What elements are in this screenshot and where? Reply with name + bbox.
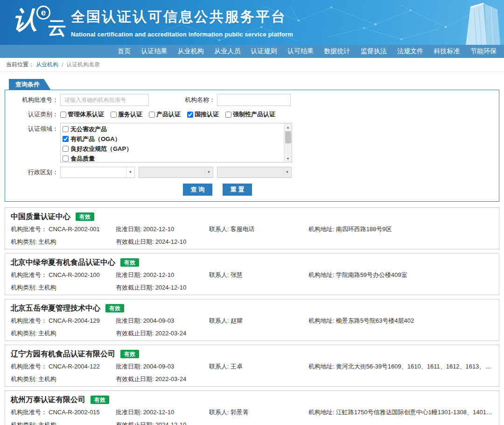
org-address: 机构地址:学院南路59号办公楼409室 [308, 269, 493, 281]
org-name-input[interactable] [217, 94, 291, 106]
nav-item-personnel[interactable]: 从业人员 [214, 47, 240, 56]
query-buttons: 查 询 重 置 [0, 184, 464, 196]
site-subtitle: National certification and accreditation… [71, 31, 293, 38]
result-card: 中国质量认证中心 有效 机构批准号：CNCA-R-2002-001 批准日期:2… [5, 207, 499, 249]
domain-gap[interactable]: 良好农业规范（GAP） [62, 144, 283, 154]
approve-date: 批准日期:2004-09-03 [116, 360, 209, 373]
building-illustration [466, 3, 500, 45]
logo-yun-char: 云 [48, 15, 66, 41]
nav-item-energy-env[interactable]: 节能环保 [470, 47, 497, 56]
org-address: 机构地址:江虹路1750号信雅达国际创意中心1幢1301-1308、1401-1… [308, 406, 493, 418]
approve-date: 批准日期:2002-12-10 [116, 223, 209, 235]
org-address: 机构地址:南四环西路188号9区 [308, 223, 493, 235]
approval-no: 机构批准号：CNCA-R-2002-100 [11, 269, 116, 281]
domain-food-quality-checkbox[interactable] [63, 156, 69, 162]
query-row-region: 行政区划： ▼ ▼ ▼ [5, 167, 499, 178]
approve-date: 批准日期:2004-09-03 [116, 314, 209, 327]
region-select-district[interactable]: ▼ [217, 167, 292, 178]
category-compulsory-product-checkbox[interactable] [225, 112, 231, 118]
chevron-down-icon: ▼ [204, 167, 213, 177]
approval-no-input[interactable] [60, 94, 149, 106]
nav-item-home[interactable]: 首页 [118, 47, 131, 56]
org-name: 中国质量认证中心 [11, 212, 70, 222]
org-name-label: 机构名称： [149, 96, 217, 104]
status-badge: 有效 [76, 212, 94, 221]
domain-gap-checkbox[interactable] [63, 146, 69, 152]
reset-button[interactable]: 重 置 [223, 184, 252, 196]
breadcrumb-current: 认证机构名录 [66, 61, 100, 69]
expiry-date: 有效截止日期:2024-12-10 [116, 418, 209, 425]
domain-pollution-free-produce[interactable]: 无公害农产品 [62, 124, 283, 134]
org-name: 北京中绿华夏有机食品认证中心 [11, 258, 115, 268]
category-service[interactable]: 服务认证 [111, 110, 142, 119]
approval-no: 机构批准号：CNCA-R-2002-001 [11, 223, 116, 235]
expiry-date: 有效截止日期:2024-12-10 [116, 235, 209, 248]
result-card: 北京五岳华夏管理技术中心 有效 机构批准号：CNCA-R-2004-129 批准… [5, 299, 499, 341]
query-panel: 查询条件 机构批准号： 机构名称： 认证类别： 管理体系认证 服务认证 产品认证… [5, 90, 499, 202]
category-management-system-checkbox[interactable] [60, 112, 66, 118]
expiry-date: 有效截止日期:2022-03-24 [116, 373, 209, 385]
org-name: 辽宁方园有机食品认证有限公司 [11, 349, 115, 359]
org-name: 北京五岳华夏管理技术中心 [11, 304, 100, 313]
query-row-approval: 机构批准号： 机构名称： [5, 94, 499, 106]
approval-no: 机构批准号：CNCA-R-2004-129 [11, 314, 116, 327]
nav-item-statistics[interactable]: 数据统计 [324, 47, 350, 56]
category-service-checkbox[interactable] [111, 112, 117, 118]
status-badge: 有效 [120, 350, 139, 358]
org-category: 机构类别:主机构 [11, 235, 116, 248]
org-category: 机构类别:主机构 [11, 281, 116, 294]
listbox-scrollbar[interactable]: ▲ ▼ [284, 123, 292, 162]
domain-organic-products[interactable]: 有机产品（OGA） [62, 134, 283, 144]
approval-no: 机构批准号：CNCA-R-2004-122 [11, 360, 116, 373]
contact-person: 联系人:客服电话 [209, 223, 308, 235]
result-card: 北京中绿华夏有机食品认证中心 有效 机构批准号：CNCA-R-2002-100 … [5, 253, 499, 295]
contact-person: 联系人:张慧 [209, 269, 308, 281]
breadcrumb-separator: / [62, 62, 63, 68]
status-badge: 有效 [120, 258, 139, 267]
nav-item-accreditation-results[interactable]: 认可结果 [287, 47, 314, 56]
region-select-province[interactable]: ▼ [60, 167, 135, 178]
category-national-push[interactable]: 国推认证 [187, 110, 219, 119]
breadcrumb: 当前位置： 从业机构 / 认证机构名录 [0, 58, 504, 72]
cert-domain-label: 认证领域： [5, 123, 60, 133]
org-category: 机构类别:主机构 [11, 373, 116, 385]
org-address: 机构地址:黄河北大街56-39号1609、1610、1611、1612、1613… [308, 360, 493, 373]
approval-no: 机构批准号：CNCA-R-2002-015 [11, 406, 116, 418]
nav-item-organizations[interactable]: 从业机构 [178, 47, 204, 56]
org-address: 机构地址:榆景东路5号院63号楼4层402 [308, 314, 493, 327]
search-button[interactable]: 查 询 [183, 184, 212, 196]
status-badge: 有效 [105, 304, 124, 312]
scroll-up-icon[interactable]: ▲ [284, 123, 292, 131]
domain-organic-checkbox[interactable] [63, 136, 69, 142]
category-product[interactable]: 产品认证 [149, 110, 181, 119]
contact-person: 联系人:王卓 [209, 360, 308, 373]
nav-item-regulations[interactable]: 法规文件 [397, 47, 423, 56]
query-row-domain: 认证领域： 无公害农产品 有机产品（OGA） 良好农业规范（GAP） 食品质量 … [5, 123, 499, 163]
nav-item-tech-standards[interactable]: 科技标准 [434, 47, 460, 56]
nav-item-supervision[interactable]: 监督执法 [361, 47, 387, 56]
region-select-city[interactable]: ▼ [139, 167, 213, 178]
site-header: 认 e 云 全国认证认可信息公共服务平台 National certificat… [0, 0, 504, 45]
nav-item-cert-results[interactable]: 认证结果 [141, 47, 167, 56]
domain-food-quality[interactable]: 食品质量 [62, 154, 283, 163]
query-row-category: 认证类别： 管理体系认证 服务认证 产品认证 国推认证 强制性产品认证 [5, 110, 499, 119]
breadcrumb-prefix: 当前位置： [6, 61, 34, 69]
scrollbar-thumb[interactable] [285, 131, 291, 143]
category-management-system[interactable]: 管理体系认证 [60, 110, 104, 119]
cert-domain-listbox[interactable]: 无公害农产品 有机产品（OGA） 良好农业规范（GAP） 食品质量 ▲ ▼ [60, 123, 292, 163]
approval-no-label: 机构批准号： [5, 96, 60, 104]
breadcrumb-section-link[interactable]: 从业机构 [36, 61, 58, 69]
result-card: 辽宁方园有机食品认证有限公司 有效 机构批准号：CNCA-R-2004-122 … [5, 345, 499, 387]
org-category: 机构类别:主机构 [11, 418, 116, 425]
domain-pollution-free-checkbox[interactable] [63, 126, 69, 132]
category-national-push-checkbox[interactable] [187, 112, 193, 118]
logo-ren-char: 认 [13, 7, 37, 33]
site-logo: 认 e 云 [13, 7, 66, 41]
scroll-down-icon[interactable]: ▼ [284, 155, 292, 162]
nav-item-cert-rules[interactable]: 认证规则 [251, 47, 277, 56]
result-card: 杭州万泰认证有限公司 有效 机构批准号：CNCA-R-2002-015 批准日期… [5, 390, 499, 425]
region-label: 行政区划： [5, 168, 60, 177]
chevron-down-icon: ▼ [283, 167, 291, 177]
category-product-checkbox[interactable] [149, 112, 155, 118]
category-compulsory-product[interactable]: 强制性产品认证 [225, 110, 275, 119]
